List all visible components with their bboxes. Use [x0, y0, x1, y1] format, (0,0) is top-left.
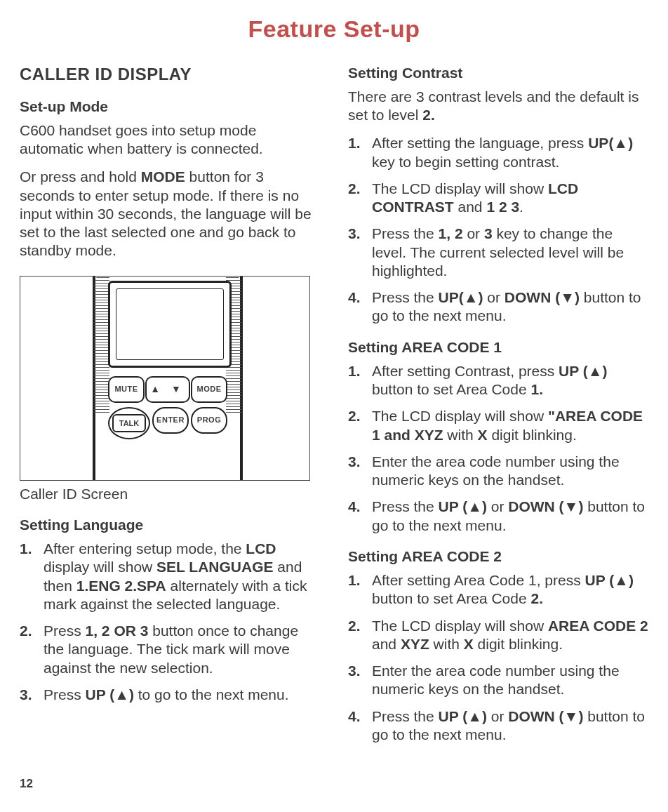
text: TALK: [112, 414, 146, 432]
setting-language-heading: Setting Language: [20, 516, 320, 534]
text: key to begin setting contrast.: [372, 154, 559, 170]
list-item: 4. Press the UP (▲) or DOWN (▼) button t…: [348, 498, 648, 535]
setup-mode-heading: Set-up Mode: [20, 98, 320, 116]
text: with: [429, 636, 464, 652]
text: or: [487, 498, 508, 514]
area-code-2-list: 1. After setting Area Code 1, press UP (…: [348, 571, 648, 744]
list-item: 3. Enter the area code number using the …: [348, 453, 648, 490]
text: 2.: [531, 590, 544, 606]
text: After setting the language, press: [372, 135, 588, 151]
text: X: [478, 427, 488, 443]
setup-mode-p1: C600 handset goes into setup mode automa…: [20, 121, 320, 159]
text: Or press and hold: [20, 168, 141, 185]
setting-contrast-heading: Setting Contrast: [348, 64, 648, 82]
setting-contrast-list: 1. After setting the language, press UP(…: [348, 134, 648, 325]
text: Press: [44, 623, 86, 639]
list-item: 3. Enter the area code number using the …: [348, 662, 648, 699]
text: After entering setup mode, the: [44, 540, 246, 557]
text: Press the: [372, 498, 439, 514]
text: LCD: [246, 540, 276, 557]
list-item: 4. Press the UP(▲) or DOWN (▼) button to…: [348, 288, 648, 326]
text: digit blinking.: [488, 427, 577, 443]
text: UP (▲): [559, 363, 607, 379]
setting-language-list: 1. After entering setup mode, the LCD di…: [20, 540, 320, 704]
text: or: [487, 708, 508, 724]
area-code-2-heading: Setting AREA CODE 2: [348, 547, 648, 566]
list-item: 1. After entering setup mode, the LCD di…: [20, 540, 320, 613]
text: Press the: [372, 708, 439, 724]
talk-button-icon: TALK: [108, 407, 150, 439]
text: DOWN (▼): [508, 498, 583, 514]
page-number: 12: [20, 776, 648, 791]
list-item: 2. The LCD display will show AREA CODE 2…: [348, 617, 648, 654]
left-column: CALLER ID DISPLAY Set-up Mode C600 hands…: [20, 64, 320, 753]
list-item: 3. Press the 1, 2 or 3 key to change the…: [348, 225, 648, 280]
area-code-1-heading: Setting AREA CODE 1: [348, 338, 648, 357]
text: XYZ: [401, 636, 429, 652]
text: or: [483, 289, 505, 305]
prog-button-icon: PROG: [191, 407, 227, 434]
setup-mode-p2: Or press and hold MODE button for 3 seco…: [20, 168, 320, 260]
text: 1 2 3: [486, 199, 519, 215]
text: .: [519, 199, 523, 215]
area-code-1-list: 1. After setting Contrast, press UP (▲) …: [348, 362, 648, 535]
text: Press the: [372, 225, 439, 241]
text: and: [372, 636, 401, 652]
text: button to set Area Code: [372, 590, 531, 606]
text: UP (▲): [439, 708, 487, 724]
contrast-intro: There are 3 contrast levels and the defa…: [348, 88, 648, 125]
text: display will show: [44, 559, 156, 575]
text: Press the: [372, 289, 439, 305]
mode-button-icon: MODE: [191, 376, 227, 403]
text: UP(▲): [439, 289, 483, 305]
enter-button-icon: ENTER: [152, 407, 189, 434]
text: Enter the area code number using the num…: [372, 453, 620, 488]
mode-button-ref: MODE: [141, 168, 185, 185]
text: The LCD display will show: [372, 180, 548, 197]
text: Enter the area code number using the num…: [372, 663, 620, 697]
text: SEL LANGUAGE: [156, 559, 273, 575]
text: AREA CODE 2: [548, 618, 648, 634]
up-down-button-icon: ▲ ▼: [145, 376, 190, 403]
text: UP (▲): [585, 572, 634, 588]
list-item: 1. After setting the language, press UP(…: [348, 134, 648, 171]
list-item: 3. Press UP (▲) to go to the next menu.: [20, 686, 320, 704]
text: UP (▲): [86, 686, 134, 703]
text: or: [463, 225, 484, 241]
text: to go to the next menu.: [134, 686, 289, 703]
text: with: [443, 427, 478, 443]
list-item: 2. The LCD display will show "AREA CODE …: [348, 407, 648, 444]
list-item: 1. After setting Contrast, press UP (▲) …: [348, 362, 648, 399]
text: digit blinking.: [474, 636, 563, 652]
page-title: Feature Set-up: [20, 14, 648, 44]
text: After setting Contrast, press: [372, 363, 559, 379]
text: After setting Area Code 1, press: [372, 572, 585, 588]
two-column-layout: CALLER ID DISPLAY Set-up Mode C600 hands…: [20, 64, 648, 753]
list-item: 2. The LCD display will show LCD CONTRAS…: [348, 180, 648, 217]
text: 1, 2 OR 3: [86, 623, 149, 639]
text: UP (▲): [439, 498, 487, 514]
text: DOWN (▼): [508, 708, 583, 724]
list-item: 4. Press the UP (▲) or DOWN (▼) button t…: [348, 707, 648, 745]
text: There are 3 contrast levels and the defa…: [348, 88, 639, 123]
text: X: [464, 636, 474, 652]
text: 1.ENG 2.SPA: [76, 578, 166, 594]
text: DOWN (▼): [505, 289, 580, 305]
caller-id-heading: CALLER ID DISPLAY: [20, 64, 320, 85]
text: The LCD display will show: [372, 618, 548, 634]
text: button to set Area Code: [372, 381, 531, 397]
text: UP(▲): [588, 135, 633, 151]
list-item: 1. After setting Area Code 1, press UP (…: [348, 571, 648, 608]
text: 3: [484, 225, 493, 241]
illustration-caption: Caller ID Screen: [20, 485, 320, 503]
handset-illustration: MUTE ▲ ▼ MODE TALK ENTER PROG: [20, 276, 310, 481]
text: and: [454, 199, 487, 215]
text: 1, 2: [439, 225, 463, 241]
text: Press: [44, 686, 86, 703]
list-item: 2. Press 1, 2 OR 3 button once to change…: [20, 622, 320, 677]
text: The LCD display will show: [372, 408, 548, 424]
mute-button-icon: MUTE: [108, 376, 145, 403]
text: 1.: [531, 381, 544, 397]
right-column: Setting Contrast There are 3 contrast le…: [348, 64, 648, 753]
text: 2.: [422, 107, 435, 123]
